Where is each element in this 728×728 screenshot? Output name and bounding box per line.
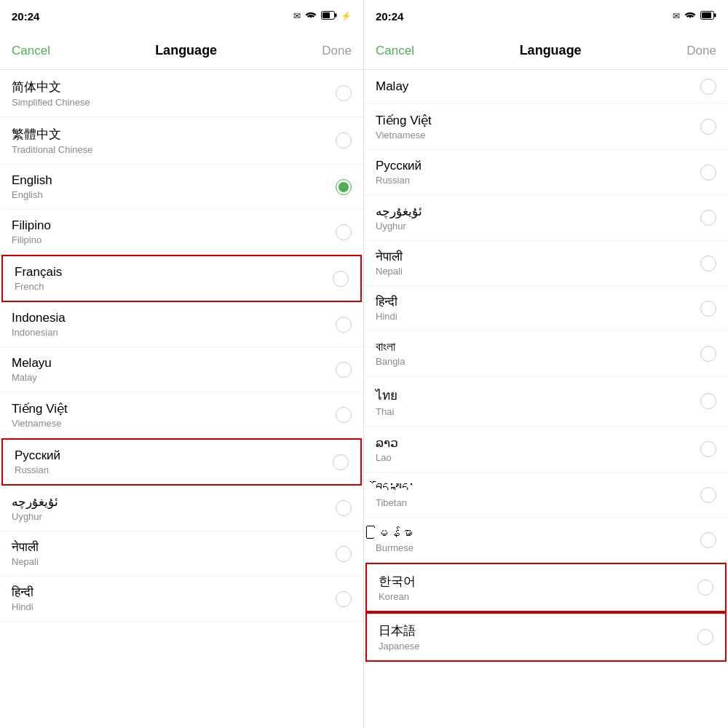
- right-phone-panel: 20:24 ✉ Cancel Language Done: [364, 0, 728, 728]
- right-radio-btn-4[interactable]: [700, 256, 716, 272]
- left-lang-item-4[interactable]: FrançaisFrench: [1, 255, 362, 302]
- right-lang-item-10[interactable]: မြန်မာBurmese: [364, 518, 728, 563]
- lang-name-7: Tiếng Việt: [12, 401, 68, 416]
- right-radio-btn-7[interactable]: [700, 393, 716, 409]
- left-lang-item-11[interactable]: हिन्दीHindi: [0, 577, 363, 622]
- right-lang-name-5: हिन्दी: [376, 295, 397, 309]
- right-lang-name-11: 한국어: [379, 573, 416, 590]
- svg-rect-4: [702, 12, 711, 18]
- right-lang-sub-8: Lao: [376, 452, 398, 463]
- right-lang-item-12[interactable]: 日本語Japanese: [365, 612, 727, 662]
- right-lang-item-6[interactable]: বাংলাBangla: [364, 331, 728, 376]
- radio-btn-3[interactable]: [336, 224, 352, 240]
- radio-btn-11[interactable]: [336, 591, 352, 607]
- right-radio-btn-5[interactable]: [700, 301, 716, 317]
- radio-btn-1[interactable]: [336, 132, 352, 149]
- right-radio-btn-6[interactable]: [700, 346, 716, 362]
- right-message-icon: ✉: [673, 11, 680, 21]
- svg-rect-1: [323, 12, 330, 18]
- radio-btn-10[interactable]: [336, 546, 352, 562]
- lang-name-8: Русский: [15, 448, 60, 463]
- right-lang-sub-12: Japanese: [379, 641, 419, 652]
- left-status-bar: 20:24 ✉ ⚡: [0, 0, 363, 32]
- left-lang-item-9[interactable]: ئۇيغۇرچەUyghur: [0, 486, 363, 531]
- svg-rect-2: [335, 13, 337, 17]
- right-radio-btn-12[interactable]: [697, 629, 713, 645]
- right-lang-sub-10: Burmese: [376, 542, 414, 553]
- right-lang-sub-1: Vietnamese: [376, 130, 432, 141]
- right-radio-btn-8[interactable]: [700, 441, 716, 457]
- radio-btn-4[interactable]: [333, 271, 349, 287]
- radio-btn-8[interactable]: [333, 454, 349, 470]
- right-status-icons: ✉: [673, 10, 716, 23]
- radio-btn-9[interactable]: [336, 500, 352, 516]
- right-lang-item-5[interactable]: हिन्दीHindi: [364, 286, 728, 331]
- left-lang-item-6[interactable]: MelayuMalay: [0, 347, 363, 392]
- left-lang-item-0[interactable]: 简体中文Simplified Chinese: [0, 70, 363, 117]
- left-cancel-button[interactable]: Cancel: [12, 44, 50, 58]
- left-phone-panel: 20:24 ✉ ⚡ Cancel Language: [0, 0, 364, 728]
- right-battery-icon: [700, 11, 716, 22]
- left-lang-item-7[interactable]: Tiếng ViệtVietnamese: [0, 392, 363, 438]
- radio-btn-2[interactable]: [336, 179, 352, 195]
- left-done-button[interactable]: Done: [322, 44, 352, 58]
- right-page-title: Language: [520, 43, 582, 58]
- left-lang-item-8[interactable]: РусскийRussian: [1, 438, 362, 486]
- right-lang-item-3[interactable]: ئۇيغۇرچەUyghur: [364, 195, 728, 241]
- lang-name-1: 繁體中文: [12, 126, 93, 143]
- right-lang-item-9[interactable]: བོད་སྐད་Tibetan: [364, 472, 728, 518]
- lang-name-3: Filipino: [12, 218, 51, 233]
- right-radio-btn-3[interactable]: [700, 210, 716, 226]
- left-lang-item-3[interactable]: FilipinoFilipino: [0, 210, 363, 255]
- radio-btn-7[interactable]: [336, 407, 352, 423]
- right-lang-name-9: བོད་སྐད་: [376, 481, 415, 496]
- right-lang-sub-9: Tibetan: [376, 497, 415, 508]
- right-radio-btn-10[interactable]: [700, 532, 716, 548]
- lang-sub-6: Malay: [12, 372, 52, 383]
- left-lang-item-5[interactable]: IndonesiaIndonesian: [0, 302, 363, 347]
- right-lang-item-7[interactable]: ไทยThai: [364, 376, 728, 427]
- lang-sub-9: Uyghur: [12, 511, 58, 522]
- left-time: 20:24: [12, 10, 39, 23]
- left-page-title: Language: [155, 43, 217, 58]
- right-lang-sub-4: Nepali: [376, 266, 403, 277]
- right-radio-btn-11[interactable]: [697, 579, 713, 596]
- left-lang-item-10[interactable]: नेपालीNepali: [0, 531, 363, 577]
- right-radio-btn-0[interactable]: [700, 79, 716, 95]
- right-language-list: MalayTiếng ViệtVietnameseРусскийRussianئ…: [364, 70, 728, 728]
- lang-sub-3: Filipino: [12, 234, 51, 245]
- lang-sub-11: Hindi: [12, 601, 33, 612]
- left-lang-item-1[interactable]: 繁體中文Traditional Chinese: [0, 117, 363, 165]
- radio-btn-6[interactable]: [336, 362, 352, 378]
- lang-sub-10: Nepali: [12, 556, 39, 567]
- radio-btn-5[interactable]: [336, 317, 352, 333]
- lang-name-5: Indonesia: [12, 311, 66, 325]
- left-status-icons: ✉ ⚡: [293, 10, 352, 23]
- right-cancel-button[interactable]: Cancel: [376, 44, 414, 58]
- right-lang-name-2: Русский: [376, 159, 422, 173]
- right-lang-name-12: 日本語: [379, 622, 419, 639]
- left-lang-item-2[interactable]: EnglishEnglish: [0, 165, 363, 210]
- right-lang-item-1[interactable]: Tiếng ViệtVietnamese: [364, 104, 728, 150]
- right-radio-btn-1[interactable]: [700, 119, 716, 135]
- right-time: 20:24: [376, 10, 403, 23]
- lang-name-11: हिन्दी: [12, 585, 33, 600]
- lang-name-10: नेपाली: [12, 540, 39, 555]
- lang-name-6: Melayu: [12, 356, 52, 371]
- right-lang-item-0[interactable]: Malay: [364, 70, 728, 104]
- lang-sub-8: Russian: [15, 464, 60, 475]
- right-radio-btn-9[interactable]: [700, 487, 716, 503]
- right-wifi-icon: [684, 10, 697, 23]
- right-lang-item-8[interactable]: ລາວLao: [364, 427, 728, 472]
- right-lang-item-2[interactable]: РусскийRussian: [364, 150, 728, 195]
- right-lang-name-8: ລາວ: [376, 435, 398, 451]
- lang-name-9: ئۇيغۇرچە: [12, 494, 58, 510]
- right-lang-item-11[interactable]: 한국어Korean: [365, 563, 727, 612]
- radio-btn-0[interactable]: [336, 85, 352, 101]
- right-lang-name-4: नेपाली: [376, 250, 403, 264]
- right-radio-btn-2[interactable]: [700, 165, 716, 181]
- lang-name-4: Français: [15, 265, 62, 280]
- right-done-button[interactable]: Done: [687, 44, 716, 58]
- right-lang-item-4[interactable]: नेपालीNepali: [364, 241, 728, 286]
- right-lang-name-7: ไทย: [376, 385, 397, 405]
